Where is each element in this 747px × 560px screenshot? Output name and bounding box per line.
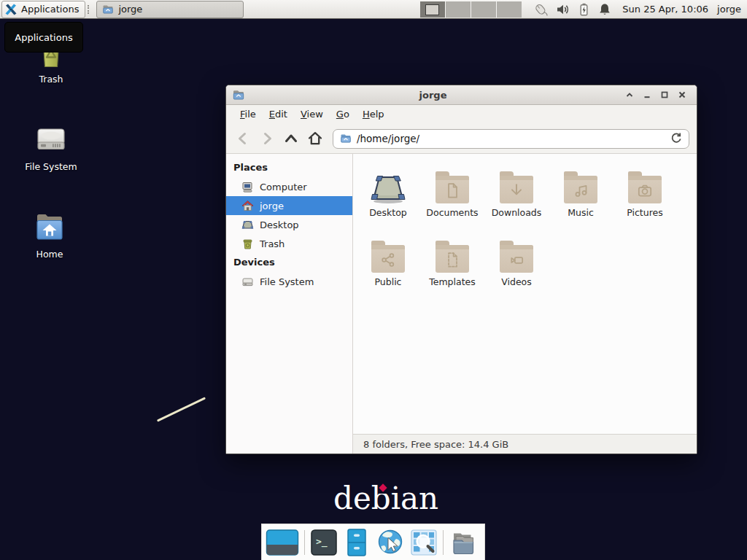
file-manager-window: jorge File Edit View Go Help (225, 85, 697, 454)
home-button[interactable] (306, 129, 325, 148)
desktop-icon (241, 219, 254, 231)
xfce-x-icon (4, 3, 18, 16)
share-emblem (379, 251, 397, 268)
volume-icon[interactable] (555, 2, 570, 17)
taskbar-window-button[interactable]: jorge (96, 1, 244, 18)
statusbar: 8 folders, Free space: 14.4 GiB (353, 434, 697, 454)
sidebar: Places Computer jorge (226, 154, 353, 454)
sidebar-item-computer[interactable]: Computer (226, 177, 352, 196)
workspace-3[interactable] (471, 1, 497, 18)
terminal-icon: >_ (310, 529, 338, 556)
document-emblem (444, 182, 461, 199)
home-icon (241, 200, 254, 212)
maximize-button[interactable] (656, 87, 673, 103)
computer-icon (241, 181, 254, 193)
web-browser-launcher[interactable] (376, 528, 405, 557)
back-button[interactable] (233, 129, 252, 148)
desktop-icon-label: Trash (10, 74, 92, 85)
file-item-music[interactable]: Music (549, 163, 613, 232)
sidebar-item-label: File System (260, 276, 314, 287)
sidebar-item-label: Desktop (260, 219, 299, 230)
music-emblem (572, 182, 589, 199)
workspace-1[interactable] (420, 1, 446, 18)
shade-button[interactable] (621, 87, 638, 103)
terminal-launcher[interactable]: >_ (310, 529, 338, 556)
up-button[interactable] (282, 129, 301, 148)
workspace-2[interactable] (446, 1, 471, 18)
folder-icon (102, 4, 114, 15)
window-title: jorge (245, 90, 621, 101)
panel-clock[interactable]: Sun 25 Apr, 10:06 (622, 4, 708, 15)
mouse-icon[interactable] (533, 2, 549, 17)
sidebar-item-label: Trash (260, 238, 285, 249)
menu-help[interactable]: Help (356, 105, 391, 124)
reload-button[interactable] (670, 131, 682, 146)
folder-icon (628, 176, 662, 203)
show-desktop-icon (266, 528, 299, 557)
video-emblem (508, 251, 525, 268)
file-item-downloads[interactable]: Downloads (484, 163, 549, 232)
top-panel: Applications jorge (0, 0, 747, 19)
sidebar-item-desktop[interactable]: Desktop (226, 215, 352, 234)
file-item-label: Music (549, 207, 613, 218)
menu-file[interactable]: File (233, 105, 263, 124)
file-item-public[interactable]: Public (356, 232, 420, 301)
desktop-icon-home[interactable]: Home (9, 209, 90, 260)
app-finder-launcher[interactable] (410, 529, 438, 556)
path-bar[interactable]: /home/jorge/ (333, 129, 689, 149)
notifications-bell-icon[interactable] (597, 2, 612, 17)
shade-icon (624, 90, 635, 100)
user-actions-menu[interactable]: jorge (717, 4, 741, 15)
file-item-label: Videos (484, 276, 549, 287)
sidebar-item-jorge[interactable]: jorge (226, 196, 352, 215)
folders-icon (449, 528, 478, 557)
file-item-documents[interactable]: Documents (420, 163, 484, 232)
sidebar-item-file-system[interactable]: File System (226, 272, 352, 291)
folder-icon (500, 176, 533, 203)
sidebar-item-trash[interactable]: Trash (226, 234, 352, 253)
window-titlebar[interactable]: jorge (226, 85, 697, 105)
download-emblem (508, 182, 525, 199)
sidebar-devices-header: Devices (226, 253, 352, 272)
minimize-button[interactable] (638, 87, 656, 103)
panel-handle[interactable] (88, 5, 92, 14)
forward-button[interactable] (258, 129, 276, 148)
file-item-desktop[interactable]: Desktop (356, 163, 420, 232)
show-desktop-launcher[interactable] (266, 528, 299, 557)
file-item-pictures[interactable]: Pictures (613, 163, 677, 232)
trash-icon (241, 238, 254, 250)
wallpaper-line (157, 397, 206, 421)
file-item-templates[interactable]: Templates (420, 232, 484, 301)
debian-logo: debian (333, 480, 438, 518)
battery-icon[interactable] (576, 2, 591, 17)
file-item-videos[interactable]: Videos (484, 232, 549, 301)
menu-view[interactable]: View (294, 105, 330, 124)
taskbar-window-label: jorge (118, 4, 142, 15)
sidebar-item-label: jorge (260, 201, 284, 211)
file-manager-launcher[interactable] (343, 528, 371, 557)
minimize-icon (642, 90, 652, 100)
home-icon (307, 131, 323, 147)
svg-text:>_: >_ (316, 536, 328, 548)
workspace-4[interactable] (497, 1, 522, 18)
toolbar: /home/jorge/ (226, 124, 697, 154)
dock-separator (304, 530, 305, 555)
close-button[interactable] (673, 87, 691, 103)
home-folder-icon (31, 209, 68, 245)
dock-separator (443, 530, 444, 555)
menu-edit[interactable]: Edit (263, 105, 294, 124)
directory-menu-launcher[interactable] (449, 528, 478, 557)
desktop-icon-file-system[interactable]: File System (10, 121, 92, 172)
forward-icon (259, 131, 275, 147)
file-item-label: Templates (420, 276, 484, 287)
bottom-dock: >_ (261, 524, 485, 560)
tooltip-text: Applications (15, 32, 72, 43)
folder-icon (436, 245, 469, 273)
menu-go[interactable]: Go (330, 105, 356, 124)
desktop: { "colors": { "accent_blue": "#3d87d9", … (0, 0, 747, 560)
file-cabinet-icon (343, 528, 371, 557)
desktop-icon-label: File System (10, 161, 92, 172)
file-grid: Desktop Documents (353, 154, 697, 434)
applications-menu-button[interactable]: Applications (1, 1, 85, 18)
path-text[interactable]: /home/jorge/ (357, 133, 665, 144)
